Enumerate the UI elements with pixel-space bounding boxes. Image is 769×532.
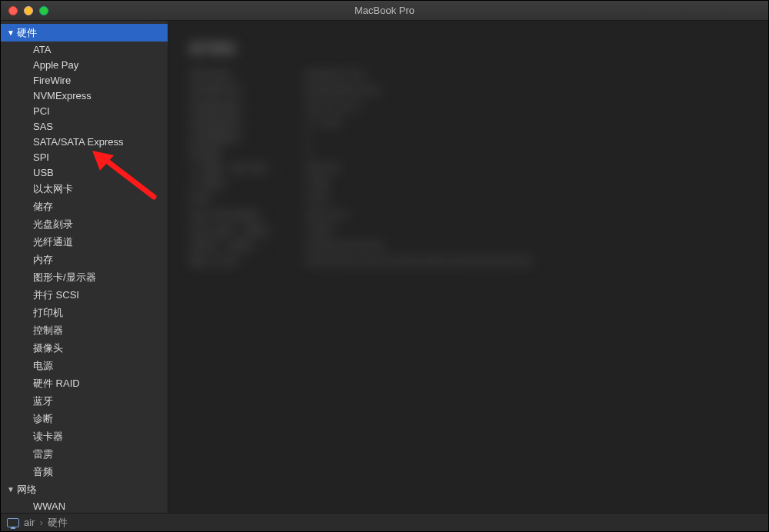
info-row: SMC 版本（系统）：2.28f7 bbox=[190, 223, 747, 238]
statusbar: air › 硬件 bbox=[1, 513, 768, 531]
titlebar: MacBook Pro bbox=[1, 1, 768, 21]
sidebar-item[interactable]: 控制器 bbox=[1, 321, 168, 339]
sidebar-category-label: 网络 bbox=[17, 483, 37, 497]
content-pane: 硬件概览 型号名称：MacBook Pro型号标识符：MacBookPro15,… bbox=[168, 21, 768, 513]
hardware-overview-blurred: 硬件概览 型号名称：MacBook Pro型号标识符：MacBookPro15,… bbox=[190, 39, 747, 269]
info-row: 核总数：2 bbox=[190, 145, 747, 161]
sidebar-item[interactable]: 音频 bbox=[1, 463, 168, 480]
sidebar-item[interactable]: 以太网卡 bbox=[1, 180, 168, 198]
sidebar-item[interactable]: 光纤通道 bbox=[1, 233, 168, 251]
sidebar-item[interactable]: 读卡器 bbox=[1, 427, 168, 445]
window-controls bbox=[1, 6, 48, 15]
sidebar-item[interactable]: 内存 bbox=[1, 251, 168, 268]
info-row: 型号名称：MacBook Pro bbox=[190, 68, 747, 83]
sidebar-item[interactable]: FireWire bbox=[1, 72, 168, 88]
sidebar-item[interactable]: SPI bbox=[1, 149, 168, 165]
info-row: 处理器数目：1 bbox=[190, 130, 747, 145]
triangle-down-icon: ▼ bbox=[7, 28, 14, 37]
close-icon[interactable] bbox=[8, 6, 18, 15]
info-row: 处理器名称：Intel Core i5 bbox=[190, 99, 747, 115]
breadcrumb-current[interactable]: 硬件 bbox=[48, 516, 68, 530]
zoom-icon[interactable] bbox=[39, 6, 48, 15]
sidebar-item[interactable]: SAS bbox=[1, 118, 168, 134]
info-row: L3 缓存：3 MB bbox=[190, 176, 747, 191]
sidebar-category-label: 硬件 bbox=[17, 26, 37, 40]
sidebar-item[interactable]: 硬件 RAID bbox=[1, 374, 168, 392]
info-row: Boot ROM 版本：192.0.0.0 bbox=[190, 208, 747, 223]
sidebar-item[interactable]: 储存 bbox=[1, 198, 168, 215]
sidebar-item[interactable]: USB bbox=[1, 165, 168, 180]
info-row: L2 缓存（每个核）：256 KB bbox=[190, 161, 747, 176]
breadcrumb-root[interactable]: air bbox=[24, 517, 35, 528]
sidebar-item[interactable]: 图形卡/显示器 bbox=[1, 268, 168, 286]
sidebar-category[interactable]: ▼硬件 bbox=[1, 24, 168, 42]
sidebar: ▼硬件ATAApple PayFireWireNVMExpressPCISASS… bbox=[1, 21, 168, 513]
computer-icon bbox=[7, 518, 19, 527]
sidebar-category[interactable]: ▼网络 bbox=[1, 480, 168, 498]
sidebar-item[interactable]: 光盘刻录 bbox=[1, 215, 168, 233]
info-row: 内存：8 GB bbox=[190, 191, 747, 207]
sidebar-item[interactable]: 并行 SCSI bbox=[1, 286, 168, 304]
sidebar-item[interactable]: WWAN bbox=[1, 498, 168, 513]
info-row: 序列号（系统）：C02XXXXXXXXX bbox=[190, 238, 747, 254]
sidebar-item[interactable]: SATA/SATA Express bbox=[1, 134, 168, 149]
info-row: 硬件 UUID：XXXXXXXX-XXXX-XXXX-XXXX-XXXXXXXX… bbox=[190, 254, 747, 269]
window-title: MacBook Pro bbox=[1, 5, 768, 16]
sidebar-item[interactable]: 雷雳 bbox=[1, 445, 168, 463]
info-row: 处理器速度：2.7 GHz bbox=[190, 115, 747, 130]
sidebar-item[interactable]: Apple Pay bbox=[1, 57, 168, 72]
info-row: 型号标识符：MacBookPro15,1 bbox=[190, 83, 747, 98]
sidebar-item[interactable]: ATA bbox=[1, 42, 168, 57]
sidebar-item[interactable]: 打印机 bbox=[1, 304, 168, 321]
sidebar-item[interactable]: PCI bbox=[1, 103, 168, 118]
sidebar-item[interactable]: NVMExpress bbox=[1, 88, 168, 103]
sidebar-item[interactable]: 电源 bbox=[1, 357, 168, 374]
sidebar-item[interactable]: 蓝牙 bbox=[1, 392, 168, 410]
sidebar-item[interactable]: 摄像头 bbox=[1, 339, 168, 357]
sidebar-item[interactable]: 诊断 bbox=[1, 410, 168, 427]
minimize-icon[interactable] bbox=[24, 6, 33, 15]
triangle-down-icon: ▼ bbox=[7, 485, 14, 494]
chevron-right-icon: › bbox=[39, 517, 42, 528]
system-info-window: MacBook Pro ▼硬件ATAApple PayFireWireNVMEx… bbox=[0, 0, 769, 532]
